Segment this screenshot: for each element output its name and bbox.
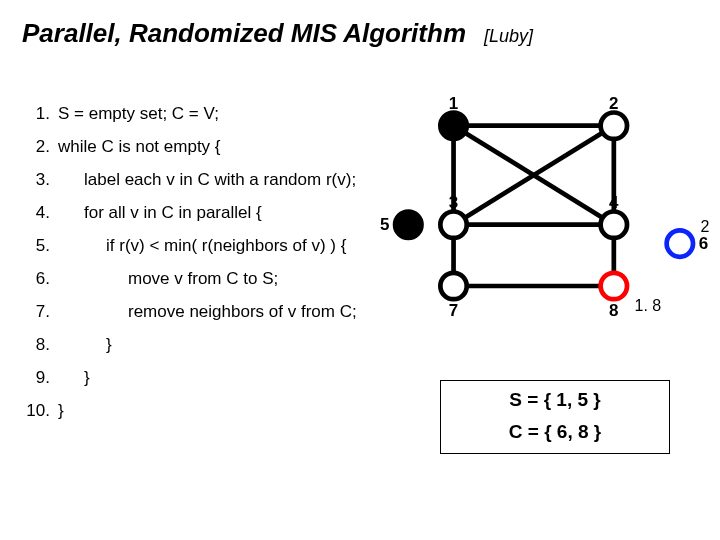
node-8 [601,273,627,299]
node-label-2: 2 [609,94,618,113]
node-label-6: 6 [699,234,708,253]
node-label-4: 4 [609,193,619,212]
node-label-1: 1 [449,94,458,113]
node-5 [395,212,421,238]
graph-diagram: 1234562. 7781. 8 [380,90,710,350]
node-extra-6: 2. 7 [701,217,710,235]
node-6 [667,230,693,256]
page-title: Parallel, Randomized MIS Algorithm [22,18,466,49]
node-4 [601,212,627,238]
title-row: Parallel, Randomized MIS Algorithm [Luby… [22,18,698,49]
node-label-5: 5 [380,215,389,234]
node-1 [440,113,466,139]
node-label-8: 8 [609,301,618,320]
node-7 [440,273,466,299]
status-c: C = { 6, 8 } [441,421,669,443]
status-box: S = { 1, 5 } C = { 6, 8 } [440,380,670,454]
attribution: [Luby] [484,26,533,47]
node-label-7: 7 [449,301,458,320]
node-extra-8: 1. 8 [635,296,662,314]
status-s: S = { 1, 5 } [441,389,669,411]
node-label-3: 3 [449,193,458,212]
node-2 [601,113,627,139]
node-3 [440,212,466,238]
